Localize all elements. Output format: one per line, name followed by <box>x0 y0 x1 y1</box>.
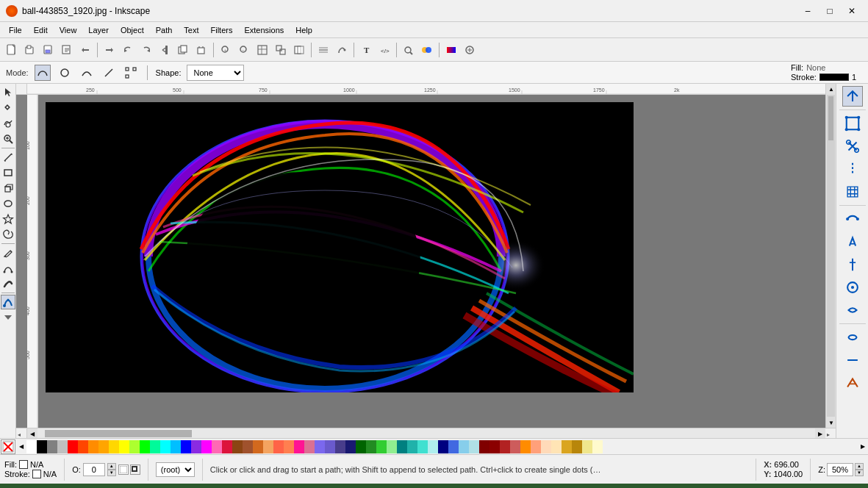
mode-spiro-btn[interactable] <box>57 65 73 81</box>
path-tool-active-btn[interactable] <box>1 295 15 309</box>
mode-straight-btn[interactable] <box>101 65 117 81</box>
text-tool-toolbar-btn[interactable]: T <box>357 41 375 59</box>
palette-color-36[interactable] <box>397 440 407 453</box>
palette-color-16[interactable] <box>191 440 201 453</box>
palette-color-45[interactable] <box>489 440 500 453</box>
snap-angle-btn[interactable] <box>842 232 863 252</box>
layer-select[interactable]: (root) <box>156 462 195 477</box>
menu-item-layer[interactable]: Layer <box>82 24 115 36</box>
palette-color-22[interactable] <box>253 440 263 453</box>
fill-indicator-btn[interactable] <box>118 464 129 475</box>
snap-rotation-btn[interactable] <box>842 300 863 320</box>
palette-color-51[interactable] <box>551 440 562 453</box>
palette-color-11[interactable] <box>140 440 150 453</box>
palette-scroll-right[interactable]: ▶ <box>858 439 868 454</box>
palette-color-27[interactable] <box>304 440 315 453</box>
menu-item-file[interactable]: File <box>3 24 28 36</box>
palette-color-42[interactable] <box>459 440 469 453</box>
menu-item-object[interactable]: Object <box>115 24 150 36</box>
snap-grids-btn[interactable] <box>842 182 863 202</box>
palette-color-1[interactable] <box>37 440 47 453</box>
snap-bbox-btn[interactable] <box>842 113 863 134</box>
minimize-button[interactable]: – <box>797 4 818 18</box>
palette-color-41[interactable] <box>448 440 459 453</box>
mode-nodes-btn[interactable] <box>123 65 139 81</box>
palette-color-29[interactable] <box>325 440 335 453</box>
cut-toolbar-btn[interactable] <box>156 41 173 59</box>
palette-color-9[interactable] <box>119 440 129 453</box>
palette-color-3[interactable] <box>57 440 68 453</box>
measure-tool-btn[interactable] <box>1 150 15 165</box>
selector-tool-btn[interactable] <box>1 85 15 100</box>
xml-editor-toolbar-btn[interactable]: </> <box>376 41 393 59</box>
palette-color-24[interactable] <box>273 440 284 453</box>
close-button[interactable]: ✕ <box>842 4 862 18</box>
menu-item-extensions[interactable]: Extensions <box>238 24 290 36</box>
shape-select[interactable]: None Triangle Square Pentagon Star <box>187 65 244 81</box>
zoom-draw-toolbar-btn[interactable]: – <box>235 41 253 59</box>
palette-color-50[interactable] <box>541 440 551 453</box>
palette-color-7[interactable] <box>98 440 109 453</box>
menu-item-text[interactable]: Text <box>178 24 204 36</box>
bezier-tool-btn[interactable] <box>1 261 15 276</box>
palette-color-28[interactable] <box>315 440 325 453</box>
zoom-input[interactable] <box>827 463 853 476</box>
scroll-left-arrow[interactable]: ◀ <box>27 428 37 438</box>
rect-tool-btn[interactable] <box>1 165 15 180</box>
no-color-btn[interactable] <box>1 439 15 454</box>
palette-color-55[interactable] <box>592 440 603 453</box>
palette-color-18[interactable] <box>212 440 222 453</box>
fill-stroke-dialog-toolbar-btn[interactable] <box>418 41 436 59</box>
export-toolbar-btn[interactable] <box>101 41 118 59</box>
palette-color-25[interactable] <box>284 440 294 453</box>
menu-item-view[interactable]: View <box>54 24 83 36</box>
paste-toolbar-btn[interactable] <box>193 41 210 59</box>
swatches-toolbar-btn[interactable] <box>442 41 460 59</box>
palette-color-13[interactable] <box>160 440 171 453</box>
menu-item-filters[interactable]: Filters <box>205 24 239 36</box>
palette-color-0[interactable] <box>26 440 37 453</box>
opacity-input[interactable] <box>83 463 105 476</box>
palette-color-44[interactable] <box>479 440 489 453</box>
palette-color-4[interactable] <box>68 440 78 453</box>
palette-color-23[interactable] <box>263 440 273 453</box>
snap-center-btn[interactable] <box>842 277 863 298</box>
palette-color-5[interactable] <box>78 440 88 453</box>
duplicate-toolbar-btn[interactable] <box>272 41 290 59</box>
menu-item-help[interactable]: Help <box>290 24 318 36</box>
select-all-toolbar-btn[interactable] <box>254 41 271 59</box>
star-tool-btn[interactable] <box>1 212 15 226</box>
palette-color-48[interactable] <box>520 440 531 453</box>
find-replace-toolbar-btn[interactable] <box>400 41 417 59</box>
mode-bezier-btn[interactable] <box>35 65 51 81</box>
undo-toolbar-btn[interactable] <box>119 41 137 59</box>
palette-color-15[interactable] <box>181 440 191 453</box>
vertical-scrollbar[interactable]: ▲ ▼ <box>825 84 836 428</box>
transform-toolbar-btn[interactable] <box>290 41 308 59</box>
zoom-fit-toolbar-btn[interactable]: + <box>217 41 234 59</box>
palette-color-43[interactable] <box>469 440 479 453</box>
palette-color-39[interactable] <box>428 440 438 453</box>
scroll-thumb-h[interactable] <box>45 430 192 437</box>
snap-nodes-btn[interactable] <box>842 136 863 157</box>
scroll-up-arrow[interactable]: ▲ <box>826 84 836 94</box>
node-tool-btn[interactable] <box>1 101 15 115</box>
palette-color-47[interactable] <box>510 440 520 453</box>
calligraphy-tool-btn[interactable] <box>1 276 15 291</box>
save-toolbar-btn[interactable] <box>40 41 57 59</box>
snap-mid-btn[interactable] <box>842 254 863 275</box>
zoom-up-btn[interactable]: ▲ <box>855 463 864 470</box>
print-toolbar-btn[interactable] <box>58 41 76 59</box>
maximize-button[interactable]: □ <box>819 4 840 18</box>
palette-color-12[interactable] <box>150 440 160 453</box>
copy-toolbar-btn[interactable] <box>174 41 192 59</box>
palette-color-20[interactable] <box>232 440 243 453</box>
menu-item-edit[interactable]: Edit <box>28 24 54 36</box>
palette-color-37[interactable] <box>407 440 417 453</box>
palette-color-31[interactable] <box>345 440 356 453</box>
more-tools-btn[interactable] <box>1 310 15 325</box>
prefs-toolbar-btn[interactable] <box>461 41 478 59</box>
palette-color-8[interactable] <box>109 440 119 453</box>
canvas-scroll-area[interactable] <box>38 95 825 428</box>
zoom-tool-btn[interactable] <box>1 132 15 146</box>
